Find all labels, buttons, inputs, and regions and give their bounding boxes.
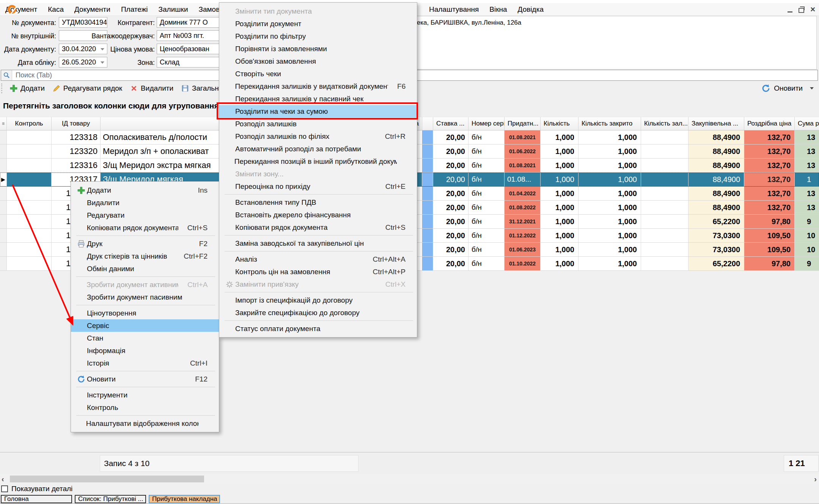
- row-selector[interactable]: [0, 159, 7, 173]
- header-control[interactable]: Контроль: [7, 117, 52, 130]
- menu-item[interactable]: [219, 290, 417, 294]
- menu-item[interactable]: Імпорт із специфікацій до договору: [219, 294, 417, 306]
- cell-series[interactable]: б/н: [468, 243, 505, 257]
- search-icon[interactable]: [1, 70, 12, 80]
- menu-item[interactable]: Змінити тип документа: [219, 5, 417, 17]
- cell-vat[interactable]: 20,00: [433, 215, 468, 229]
- cell-total[interactable]: 13: [795, 201, 819, 215]
- menu-item[interactable]: Розділити документ: [219, 17, 417, 30]
- cell-qty[interactable]: 1,000: [541, 187, 578, 201]
- cell-indicator[interactable]: [422, 130, 433, 144]
- cell-product-id[interactable]: 123316: [52, 159, 101, 173]
- row-selector[interactable]: [0, 130, 7, 144]
- menu-item[interactable]: Редагувати: [71, 209, 219, 221]
- cell-series[interactable]: б/н: [468, 144, 505, 159]
- checkbox-icon[interactable]: [1, 485, 8, 492]
- menu-item[interactable]: Зробити документ активним Ctrl+A: [71, 278, 219, 291]
- cell-total[interactable]: 10: [795, 229, 819, 243]
- cell-indicator[interactable]: [422, 229, 433, 243]
- cell-retail[interactable]: 132,70: [744, 187, 795, 201]
- bottom-tab[interactable]: Список: Прибуткові ...: [75, 495, 146, 503]
- cell-vat[interactable]: 20,00: [433, 257, 468, 271]
- cell-vat[interactable]: 20,00: [433, 187, 468, 201]
- cell-qty-rem[interactable]: [641, 229, 689, 243]
- cell-retail[interactable]: 132,70: [744, 144, 795, 159]
- cell-indicator[interactable]: [422, 243, 433, 257]
- cell-qty-rem[interactable]: [641, 159, 689, 173]
- cell-retail[interactable]: 132,70: [744, 201, 795, 215]
- menu-item[interactable]: Встановіть джерело фінансування: [219, 209, 417, 221]
- cell-qty-rem[interactable]: [641, 173, 689, 187]
- cell-control[interactable]: [7, 257, 52, 271]
- caret-down-icon[interactable]: [810, 87, 814, 89]
- bottom-tab[interactable]: Прибуткова накладна .: [149, 495, 220, 503]
- cell-qty-rem[interactable]: [641, 215, 689, 229]
- scroll-left-icon[interactable]: ‹: [2, 474, 4, 484]
- refresh-button[interactable]: Оновити: [761, 82, 814, 95]
- scroll-right-icon[interactable]: ›: [814, 474, 817, 484]
- menubar-item[interactable]: Вікна: [484, 5, 512, 14]
- cell-vat[interactable]: 20,00: [433, 243, 468, 257]
- cell-vat[interactable]: 20,00: [433, 229, 468, 243]
- header-purchase[interactable]: Закупівельна ...: [689, 117, 744, 130]
- cell-expiry[interactable]: 01.12.2022: [505, 229, 541, 243]
- cell-series[interactable]: б/н: [468, 257, 505, 271]
- menu-item[interactable]: [71, 303, 219, 307]
- cell-total[interactable]: 1: [795, 173, 819, 187]
- menubar-item[interactable]: Залишки: [153, 5, 193, 14]
- show-details-toggle[interactable]: Показувати деталі: [1, 485, 72, 493]
- header-vat[interactable]: Ставка ...: [433, 117, 468, 130]
- cell-qty-rem[interactable]: [641, 187, 689, 201]
- cell-vat[interactable]: 20,00: [433, 201, 468, 215]
- cell-series[interactable]: б/н: [468, 229, 505, 243]
- row-selector[interactable]: [0, 187, 7, 201]
- menu-item[interactable]: [219, 319, 417, 322]
- cell-qty[interactable]: 1,000: [541, 173, 578, 187]
- cell-qty-rem[interactable]: [641, 130, 689, 144]
- cell-qty-closed[interactable]: 1,000: [578, 243, 641, 257]
- header-qty-closed[interactable]: Кількість закрито: [578, 117, 641, 130]
- scrollbar-thumb[interactable]: [10, 476, 204, 482]
- menu-item[interactable]: [71, 369, 219, 373]
- cell-retail[interactable]: 97,80: [744, 215, 795, 229]
- cell-qty[interactable]: 1,000: [541, 257, 578, 271]
- cell-indicator[interactable]: [422, 187, 433, 201]
- menu-item[interactable]: Замінити прив'язку Ctrl+X: [219, 278, 417, 290]
- menu-item[interactable]: Заміна заводської та закупівельної цін: [219, 237, 417, 250]
- toolbar-button[interactable]: Редагувати рядок: [49, 84, 126, 93]
- cell-expiry[interactable]: 01.08.2022: [505, 201, 541, 215]
- cell-qty-rem[interactable]: [641, 144, 689, 159]
- menu-item[interactable]: Контроль: [71, 401, 219, 414]
- cell-vat[interactable]: 20,00: [433, 144, 468, 159]
- header-qty[interactable]: Кількість: [541, 117, 578, 130]
- header-total[interactable]: Сума роз: [795, 117, 819, 130]
- menu-item[interactable]: [219, 250, 417, 253]
- menu-item[interactable]: Переоцінка по прихіду Ctrl+E: [219, 180, 417, 193]
- cell-indicator[interactable]: [422, 215, 433, 229]
- cell-vat[interactable]: 20,00: [433, 159, 468, 173]
- cell-total[interactable]: 9: [795, 215, 819, 229]
- cell-purchase[interactable]: 65,2200: [689, 215, 744, 229]
- cell-purchase[interactable]: 73,0300: [689, 243, 744, 257]
- cell-indicator[interactable]: [422, 257, 433, 271]
- cell-qty-closed[interactable]: 1,000: [578, 215, 641, 229]
- row-selector[interactable]: [0, 144, 7, 159]
- menu-item[interactable]: Сервіс: [71, 319, 219, 332]
- header-retail[interactable]: Роздрібна ціна: [744, 117, 795, 130]
- menu-item[interactable]: Встановлення типу ПДВ: [219, 196, 417, 209]
- cell-expiry[interactable]: 01.08...: [505, 173, 541, 187]
- menu-item[interactable]: [71, 414, 219, 417]
- cell-retail[interactable]: 132,70: [744, 130, 795, 144]
- cell-expiry[interactable]: 01.08.2021: [505, 159, 541, 173]
- cell-retail[interactable]: 132,70: [744, 159, 795, 173]
- menu-item[interactable]: [71, 234, 219, 237]
- cell-series[interactable]: б/н: [468, 201, 505, 215]
- header-product-id[interactable]: ІД товару: [52, 117, 101, 130]
- cell-qty-rem[interactable]: [641, 201, 689, 215]
- cell-qty[interactable]: 1,000: [541, 159, 578, 173]
- menu-item[interactable]: Закрийте специфікацією до договору: [219, 306, 417, 319]
- menu-item[interactable]: Розділити по фільтру: [219, 30, 417, 42]
- menu-item[interactable]: [71, 385, 219, 389]
- cell-total[interactable]: 13: [795, 159, 819, 173]
- cell-purchase[interactable]: 88,4900: [689, 173, 744, 187]
